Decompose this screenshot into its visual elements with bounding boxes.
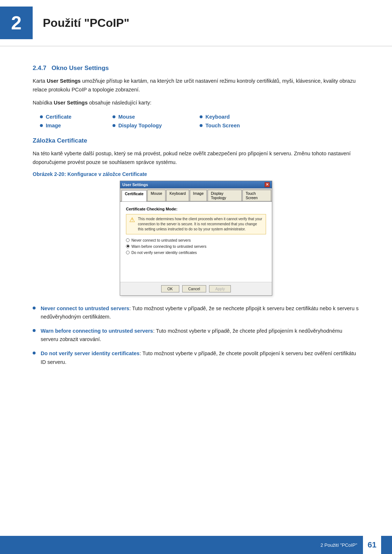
intro-paragraph-2: Nabídka User Settings obsahuje následují… (33, 99, 359, 107)
bullet-dot-never (33, 307, 36, 309)
dialog-close-button[interactable]: ✕ (265, 182, 270, 187)
list-item-warn-text: Warn before connecting to untrusted serv… (41, 327, 359, 344)
bullet-dot-warn (33, 329, 36, 332)
section-number: 2.4.7 (33, 65, 46, 71)
sub-heading-text: Záložka Certificate (33, 137, 87, 144)
tab-image[interactable]: Image (190, 190, 207, 201)
footer-page-number: 61 (363, 536, 381, 554)
menu-item-label-image: Image (46, 123, 61, 128)
sub-intro: Na této kartě vyberte další postup, kter… (33, 149, 359, 167)
dialog-section-label: Certificate Checking Mode: (126, 207, 266, 211)
menu-item-display-topology: Display Topology (113, 123, 200, 128)
bullet-dot-certificate (40, 115, 43, 118)
radio-never-connect[interactable]: Never connect to untrusted servers (126, 238, 266, 242)
radio-warn-before[interactable]: Warn before connecting to untrusted serv… (126, 244, 266, 249)
page-header: 2 Použití "PCoIP" (0, 0, 392, 46)
intro1-rest: umožňuje přístup ke kartám, na kterých l… (33, 78, 356, 93)
chapter-number: 2 (11, 12, 22, 34)
bullet-dot-mouse (113, 115, 115, 118)
bullet-dot-touch-screen (200, 124, 203, 127)
radio-do-not-verify-label: Do not verify server identity certificat… (131, 250, 197, 255)
bullet-dot-verify (33, 352, 36, 354)
list-item-verify-text: Do not verify server identity certificat… (41, 349, 359, 366)
chapter-title: Použití "PCoIP" (43, 16, 129, 30)
dialog-body: Certificate Checking Mode: ⚠ This mode d… (120, 201, 272, 282)
tab-keyboard[interactable]: Keyboard (166, 190, 189, 201)
radio-warn-before-circle (126, 245, 130, 248)
warning-row: ⚠ This mode determines how the client pr… (126, 214, 266, 234)
tab-touch-screen[interactable]: Touch Screen (242, 190, 271, 201)
page-footer: 2 Použití "PCoIP" 61 (0, 536, 392, 554)
list-item-never-text: Never connect to untrusted servers: Tuto… (41, 304, 359, 321)
list-item-verify-bold: Do not verify server identity certificat… (41, 350, 139, 356)
footer-text: 2 Použití "PCoIP" (320, 542, 357, 548)
menu-item-label-mouse: Mouse (118, 114, 135, 120)
intro2-end: obsahuje následující karty: (88, 100, 152, 106)
radio-do-not-verify-circle (126, 251, 130, 254)
list-item-never-bold: Never connect to untrusted servers (41, 305, 129, 311)
dialog-tabs: Certificate Mouse Keyboard Image Display… (120, 188, 272, 201)
list-item-never-connect: Never connect to untrusted servers: Tuto… (33, 304, 359, 321)
intro1-text: Karta (33, 78, 47, 84)
warning-text: This mode determines how the client proc… (138, 217, 263, 232)
section-title: Okno User Settings (52, 65, 109, 71)
section-heading: 2.4.7 Okno User Settings (33, 65, 359, 72)
figure-caption-start: Obrázek 2-20: Konfigurace v záložce (33, 171, 122, 177)
figure-caption-bold: Certificate (122, 171, 147, 177)
dialog-titlebar: User Settings ✕ (120, 181, 272, 188)
dialog-apply-button[interactable]: Apply (209, 285, 231, 292)
tab-display-topology[interactable]: Display Topology (208, 190, 242, 201)
figure-caption: Obrázek 2-20: Konfigurace v záložce Cert… (33, 171, 359, 177)
menu-item-label-display-topology: Display Topology (118, 123, 162, 128)
bullet-dot-keyboard (200, 115, 203, 118)
intro-paragraph-1: Karta User Settings umožňuje přístup ke … (33, 77, 359, 94)
menu-item-label-keyboard: Keyboard (205, 114, 230, 120)
menu-items-grid: Certificate Mouse Keyboard Image Display… (40, 114, 359, 128)
bullet-list: Never connect to untrusted servers: Tuto… (33, 304, 359, 366)
menu-item-label-touch-screen: Touch Screen (205, 123, 240, 128)
tab-certificate[interactable]: Certificate (122, 190, 147, 201)
list-item-warn-bold: Warn before connecting to untrusted serv… (41, 328, 153, 334)
chapter-number-box: 2 (0, 7, 33, 39)
radio-never-connect-label: Never connect to untrusted servers (131, 238, 191, 242)
dialog-cancel-button[interactable]: Cancel (182, 285, 207, 292)
menu-item-mouse: Mouse (113, 114, 200, 120)
dialog-box: User Settings ✕ Certificate Mouse Keyboa… (120, 181, 272, 296)
menu-item-certificate: Certificate (40, 114, 113, 120)
bullet-dot-display-topology (113, 124, 115, 127)
list-item-warn-before: Warn before connecting to untrusted serv… (33, 327, 359, 344)
warning-icon: ⚠ (129, 217, 135, 232)
sub-heading: Záložka Certificate (33, 137, 359, 144)
bullet-dot-image (40, 124, 43, 127)
list-item-do-not-verify: Do not verify server identity certificat… (33, 349, 359, 366)
menu-item-touch-screen: Touch Screen (200, 123, 279, 128)
main-content: 2.4.7 Okno User Settings Karta User Sett… (0, 50, 392, 401)
menu-item-image: Image (40, 123, 113, 128)
menu-item-keyboard: Keyboard (200, 114, 279, 120)
dialog-ok-button[interactable]: OK (161, 285, 179, 292)
radio-never-connect-circle (126, 238, 130, 242)
tab-mouse[interactable]: Mouse (147, 190, 166, 201)
dialog-footer: OK Cancel Apply (120, 282, 272, 295)
user-settings-bold-2: User Settings (54, 100, 87, 106)
intro2-start: Nabídka (33, 100, 54, 106)
radio-warn-before-label: Warn before connecting to untrusted serv… (131, 244, 207, 249)
menu-item-label-certificate: Certificate (46, 114, 72, 120)
user-settings-bold-1: User Settings (47, 78, 81, 84)
dialog-title: User Settings (122, 182, 148, 187)
radio-do-not-verify[interactable]: Do not verify server identity certificat… (126, 250, 266, 255)
dialog-wrapper: User Settings ✕ Certificate Mouse Keyboa… (33, 181, 359, 296)
